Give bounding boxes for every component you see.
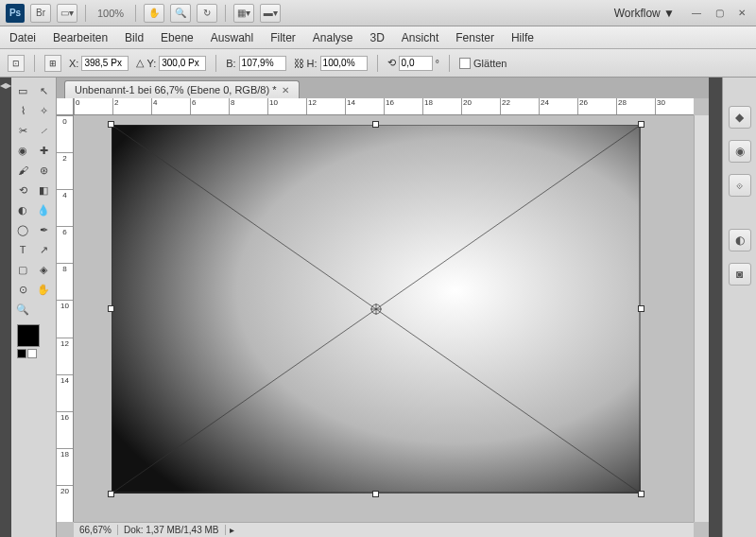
link-icon[interactable]: ⛓ bbox=[294, 58, 304, 69]
adjustments-panel-icon[interactable]: ◐ bbox=[729, 229, 751, 251]
camera-panel-icon[interactable]: ◙ bbox=[729, 263, 751, 286]
x-label: X: bbox=[69, 58, 78, 69]
minimize-button[interactable]: — bbox=[688, 7, 705, 20]
reference-point-icon[interactable]: ⊞ bbox=[44, 55, 61, 72]
type-tool[interactable]: T bbox=[13, 240, 32, 259]
move-tool[interactable]: ↖ bbox=[34, 81, 53, 100]
menu-bearbeiten[interactable]: Bearbeiten bbox=[53, 31, 108, 44]
canvas[interactable] bbox=[112, 125, 641, 494]
zoom-indicator[interactable]: 100% bbox=[94, 8, 128, 19]
horizontal-ruler[interactable]: 024681012141618202224262830 bbox=[74, 98, 694, 115]
smooth-label: Glätten bbox=[473, 58, 507, 69]
menu-fenster[interactable]: Fenster bbox=[455, 31, 494, 44]
menu-auswahl[interactable]: Auswahl bbox=[211, 31, 253, 44]
h-input[interactable] bbox=[320, 56, 368, 71]
3d-tool[interactable]: ◈ bbox=[34, 260, 53, 279]
x-input[interactable] bbox=[81, 56, 129, 71]
status-arrow-icon[interactable]: ▸ bbox=[226, 525, 238, 535]
toolbox: ▭ ↖ ⌇ ✧ ✂ ⟋ ◉ ✚ 🖌 ⊛ ⟲ ◧ ◐ 💧 ◯ ✒ T ↗ ▢ ◈ … bbox=[11, 78, 57, 537]
tab-close-icon[interactable]: ✕ bbox=[282, 85, 289, 95]
history-brush-tool[interactable]: ⟲ bbox=[13, 181, 32, 199]
pen-tool[interactable]: ✒ bbox=[34, 220, 53, 239]
magic-wand-tool[interactable]: ✧ bbox=[34, 101, 53, 120]
status-bar: 66,67% Dok: 1,37 MB/1,43 MB ▸ bbox=[74, 522, 694, 537]
menu-ebene[interactable]: Ebene bbox=[161, 31, 194, 44]
maximize-button[interactable]: ▢ bbox=[711, 7, 728, 20]
arrange-docs-button[interactable]: ▦▾ bbox=[233, 4, 254, 23]
y-label: Y: bbox=[146, 58, 156, 69]
menu-datei[interactable]: Datei bbox=[9, 31, 36, 44]
vertical-scrollbar[interactable] bbox=[694, 115, 709, 522]
transform-handle-ne[interactable] bbox=[638, 121, 644, 128]
h-label: H: bbox=[307, 58, 318, 69]
w-label: B: bbox=[226, 58, 235, 69]
marquee-tool[interactable]: ▭ bbox=[13, 81, 32, 100]
smooth-checkbox[interactable] bbox=[459, 58, 471, 69]
healing-tool[interactable]: ✚ bbox=[34, 141, 53, 160]
ruler-origin[interactable] bbox=[57, 98, 74, 115]
menu-filter[interactable]: Filter bbox=[270, 31, 296, 44]
workspace-switcher[interactable]: Workflow ▼ bbox=[607, 5, 682, 22]
transform-tool-icon[interactable]: ⊡ bbox=[8, 55, 25, 72]
document-tab-title: Unbenannt-1 bei 66,7% (Ebene 0, RGB/8) * bbox=[75, 84, 276, 95]
rotate-icon: ⟲ bbox=[387, 57, 396, 69]
bridge-button[interactable]: Br bbox=[30, 4, 51, 23]
zoom-tool-button[interactable]: 🔍 bbox=[170, 4, 191, 23]
gradient-tool[interactable]: ◐ bbox=[13, 200, 32, 219]
lasso-tool[interactable]: ⌇ bbox=[13, 101, 32, 120]
crop-tool[interactable]: ✂ bbox=[13, 121, 32, 140]
3d-camera-tool[interactable]: ⊙ bbox=[13, 280, 32, 299]
rotate-view-button[interactable]: ↻ bbox=[197, 4, 217, 23]
left-collapse-strip[interactable]: ◀▶ bbox=[0, 78, 11, 537]
status-zoom[interactable]: 66,67% bbox=[74, 525, 118, 535]
photoshop-logo-icon: Ps bbox=[6, 4, 25, 23]
transform-handle-sw[interactable] bbox=[108, 491, 114, 497]
transform-handle-w[interactable] bbox=[108, 305, 114, 312]
hand-tool[interactable]: ✋ bbox=[34, 280, 53, 299]
screen-mode-button[interactable]: ▭▾ bbox=[57, 4, 77, 23]
zoom-tool[interactable]: 🔍 bbox=[13, 300, 32, 319]
transform-handle-se[interactable] bbox=[638, 491, 644, 497]
menu-hilfe[interactable]: Hilfe bbox=[511, 31, 534, 44]
transform-handle-nw[interactable] bbox=[108, 121, 114, 128]
hand-tool-button[interactable]: ✋ bbox=[144, 4, 164, 23]
menu-bar: Datei Bearbeiten Bild Ebene Auswahl Filt… bbox=[0, 26, 756, 49]
dodge-tool[interactable]: ◯ bbox=[13, 220, 32, 239]
path-select-tool[interactable]: ↗ bbox=[34, 240, 53, 259]
delta-icon: △ bbox=[136, 57, 144, 69]
transform-handle-n[interactable] bbox=[372, 121, 379, 128]
paths-panel-icon[interactable]: ⟐ bbox=[729, 174, 751, 197]
right-collapse-strip[interactable] bbox=[709, 78, 722, 537]
screen-layout-button[interactable]: ▬▾ bbox=[260, 4, 281, 23]
vertical-ruler[interactable]: 02468101214161820 bbox=[57, 115, 74, 522]
channels-panel-icon[interactable]: ◉ bbox=[729, 140, 751, 163]
eyedropper-tool[interactable]: ◉ bbox=[13, 141, 32, 160]
status-doc-info[interactable]: Dok: 1,37 MB/1,43 MB bbox=[118, 525, 226, 535]
menu-bild[interactable]: Bild bbox=[125, 31, 144, 44]
close-button[interactable]: ✕ bbox=[733, 7, 750, 20]
foreground-color-swatch[interactable] bbox=[17, 324, 40, 347]
y-input[interactable] bbox=[159, 56, 206, 71]
menu-analyse[interactable]: Analyse bbox=[313, 31, 353, 44]
menu-ansicht[interactable]: Ansicht bbox=[402, 31, 438, 44]
w-input[interactable] bbox=[239, 56, 286, 71]
slice-tool[interactable]: ⟋ bbox=[34, 121, 53, 140]
document-tab[interactable]: Unbenannt-1 bei 66,7% (Ebene 0, RGB/8) *… bbox=[64, 80, 300, 98]
rotation-input[interactable] bbox=[399, 56, 433, 71]
swap-colors-icon[interactable] bbox=[27, 349, 37, 358]
transform-handle-s[interactable] bbox=[372, 491, 379, 497]
options-bar: ⊡ ⊞ X: △ Y: B: ⛓ H: ⟲ ° Glätten bbox=[0, 49, 756, 78]
eraser-tool[interactable]: ◧ bbox=[34, 181, 53, 199]
shape-tool[interactable]: ▢ bbox=[13, 260, 32, 279]
brush-tool[interactable]: 🖌 bbox=[13, 161, 32, 180]
blur-tool[interactable]: 💧 bbox=[34, 200, 53, 219]
transform-handle-e[interactable] bbox=[638, 305, 644, 312]
stamp-tool[interactable]: ⊛ bbox=[34, 161, 53, 180]
menu-3d[interactable]: 3D bbox=[370, 31, 385, 44]
degree-label: ° bbox=[436, 58, 439, 69]
right-panel-dock: ◆ ◉ ⟐ ◐ ◙ bbox=[722, 78, 756, 537]
layers-panel-icon[interactable]: ◆ bbox=[729, 106, 751, 129]
default-colors-icon[interactable] bbox=[17, 349, 26, 358]
